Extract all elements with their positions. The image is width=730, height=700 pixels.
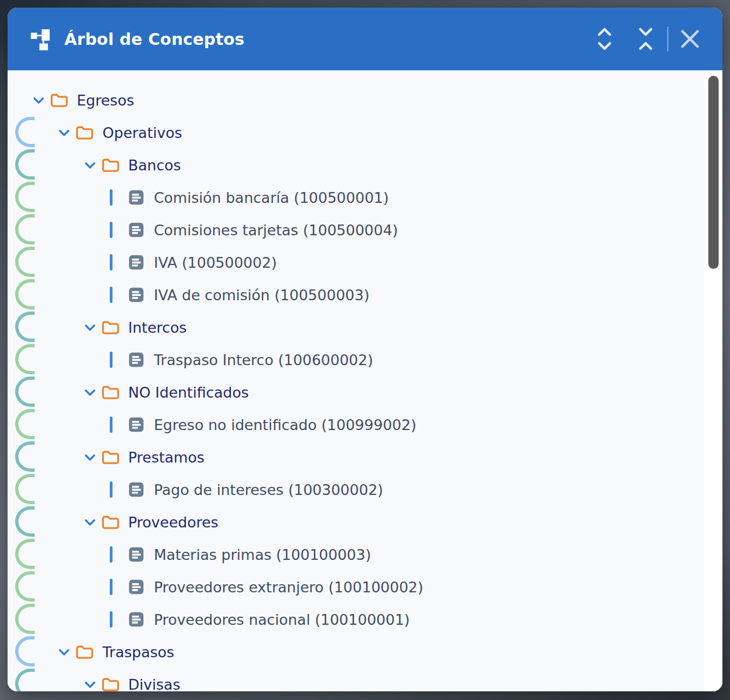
depth-guide — [15, 214, 35, 245]
leaf-marker-icon — [109, 352, 123, 368]
depth-guide — [15, 604, 35, 634]
chevron-down-icon — [83, 321, 97, 334]
depth-guide — [15, 474, 35, 504]
document-lines-icon — [128, 578, 145, 596]
expand-all-button[interactable] — [592, 23, 618, 55]
leaf-marker-icon — [109, 546, 123, 563]
chevron-down-icon — [32, 94, 45, 107]
chevron-down-icon — [57, 126, 71, 140]
folder-icon — [102, 320, 120, 335]
chevron-down-icon — [83, 678, 97, 691]
folder-node-label: Traspasos — [103, 644, 175, 661]
concept-node-label: Traspaso Interco (100600002) — [154, 352, 374, 368]
node-toggle[interactable] — [83, 159, 97, 172]
tree-node-egreso-no-identificado[interactable]: Egreso no identificado (100999002) — [8, 408, 722, 441]
node-toggle[interactable] — [83, 451, 97, 464]
tree-node-pago-de-intereses[interactable]: Pago de intereses (100300002) — [8, 473, 722, 506]
document-lines-icon — [128, 481, 145, 498]
folder-node-label: Divisas — [128, 676, 180, 692]
close-button[interactable] — [677, 23, 703, 55]
folder-icon — [50, 93, 68, 108]
folder-icon — [76, 125, 94, 140]
depth-guide — [15, 506, 35, 537]
leaf-marker-icon — [109, 287, 123, 303]
concept-node-label: Comisión bancaría (100500001) — [154, 189, 389, 206]
depth-guide — [15, 344, 35, 374]
tree-node-iva[interactable]: IVA (100500002) — [8, 246, 722, 279]
depth-guide — [15, 149, 35, 180]
depth-guide — [15, 312, 35, 342]
leaf-marker-icon — [109, 254, 123, 270]
concept-node-label: Comisiones tarjetas (100500004) — [154, 222, 398, 239]
folder-node-label: Operativos — [103, 124, 182, 141]
folder-node-label: Proveedores — [128, 514, 218, 531]
dialog-header: Árbol de Conceptos — [8, 8, 722, 70]
leaf-marker-icon — [109, 481, 123, 498]
chevron-down-icon — [57, 645, 71, 659]
node-toggle[interactable] — [83, 516, 97, 529]
chevron-down-icon — [83, 159, 97, 172]
depth-guide — [15, 571, 35, 602]
depth-guide — [15, 247, 35, 277]
tree-node-intercos[interactable]: Intercos — [8, 311, 722, 344]
node-toggle[interactable] — [83, 321, 97, 334]
node-toggle[interactable] — [31, 94, 45, 107]
tree-panel: EgresosOperativosBancosComisión bancaría… — [8, 70, 722, 691]
tree-node-comisiones-tarjetas[interactable]: Comisiones tarjetas (100500004) — [8, 214, 722, 246]
tree-node-proveedores[interactable]: Proveedores — [8, 506, 722, 538]
depth-guide — [15, 636, 35, 666]
node-toggle[interactable] — [83, 386, 97, 399]
tree-node-proveedores-extranjero[interactable]: Proveedores extranjero (100100002) — [8, 571, 722, 603]
tree-node-operativos[interactable]: Operativos — [8, 116, 722, 149]
folder-icon — [102, 157, 120, 173]
depth-guide — [15, 441, 35, 472]
tree-node-traspasos[interactable]: Traspasos — [8, 636, 722, 668]
depth-guide — [15, 539, 35, 569]
document-lines-icon — [128, 254, 145, 271]
node-toggle[interactable] — [83, 678, 97, 691]
document-lines-icon — [128, 416, 145, 433]
tree-node-proveedores-nacional[interactable]: Proveedores nacional (100100001) — [8, 603, 722, 636]
chevron-down-icon — [83, 386, 97, 399]
concept-node-label: Pago de intereses (100300002) — [154, 481, 383, 498]
expand-all-icon — [596, 27, 613, 51]
document-lines-icon — [128, 546, 145, 563]
leaf-marker-icon — [109, 611, 123, 628]
tree-node-bancos[interactable]: Bancos — [8, 149, 722, 181]
document-lines-icon — [128, 189, 145, 206]
depth-guide — [15, 409, 35, 439]
concept-node-label: Materias primas (100100003) — [154, 546, 371, 563]
tree-node-comision-bancaria[interactable]: Comisión bancaría (100500001) — [8, 181, 722, 214]
folder-icon — [102, 450, 120, 465]
tree-node-iva-de-comision[interactable]: IVA de comisión (100500003) — [8, 279, 722, 311]
tree-node-traspaso-interco[interactable]: Traspaso Interco (100600002) — [8, 344, 722, 376]
depth-guide — [15, 182, 35, 212]
node-toggle[interactable] — [57, 645, 71, 659]
scrollbar-track[interactable] — [704, 70, 722, 691]
close-icon — [679, 28, 701, 50]
folder-node-label: NO Identificados — [128, 384, 249, 401]
folder-icon — [76, 644, 94, 659]
collapse-all-icon — [637, 27, 654, 51]
tree-node-divisas[interactable]: Divisas — [8, 668, 722, 691]
folder-node-label: Egresos — [77, 92, 134, 109]
leaf-marker-icon — [109, 417, 123, 433]
scrollbar-thumb[interactable] — [708, 76, 719, 269]
depth-guide — [15, 669, 35, 691]
node-toggle[interactable] — [57, 126, 71, 140]
leaf-marker-icon — [109, 222, 123, 238]
folder-icon — [102, 385, 120, 400]
concept-node-label: Egreso no identificado (100999002) — [154, 417, 416, 433]
chevron-down-icon — [83, 451, 97, 464]
tree-node-no-identificados[interactable]: NO Identificados — [8, 376, 722, 408]
tree-node-materias-primas[interactable]: Materias primas (100100003) — [8, 538, 722, 571]
collapse-all-button[interactable] — [633, 23, 659, 55]
header-divider — [667, 27, 668, 51]
tree-node-prestamos[interactable]: Prestamos — [8, 441, 722, 473]
arbol-de-conceptos-dialog: Árbol de Conceptos — [8, 8, 722, 691]
concept-node-label: IVA de comisión (100500003) — [154, 287, 370, 303]
tree-node-egresos[interactable]: Egresos — [8, 84, 722, 116]
tree-structure-icon — [30, 28, 52, 50]
concept-tree: EgresosOperativosBancosComisión bancaría… — [8, 70, 722, 691]
folder-node-label: Prestamos — [128, 449, 204, 466]
